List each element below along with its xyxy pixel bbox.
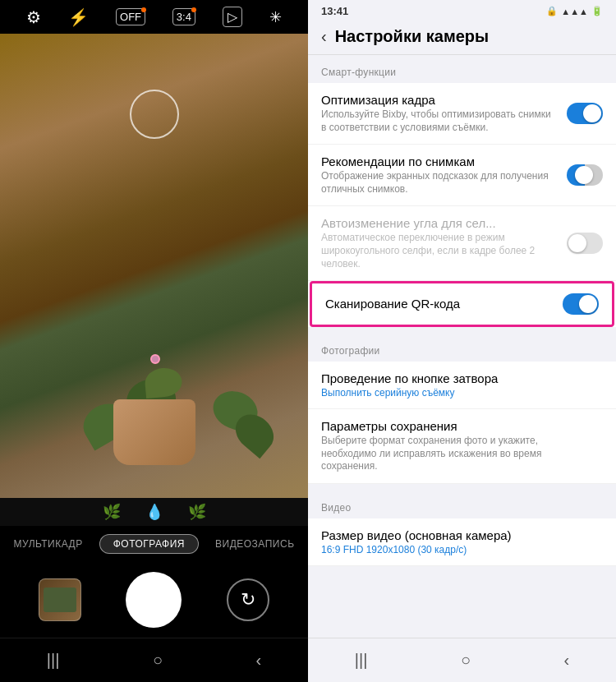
signal-icon: ▲▲▲ — [561, 7, 588, 16]
setting-optimize-desc: Используйте Bixby, чтобы оптимизировать … — [321, 108, 557, 134]
setting-shutter[interactable]: Проведение по кнопке затвора Выполнить с… — [308, 362, 616, 409]
setting-videosize-text: Размер видео (основная камера) 16:9 FHD … — [321, 528, 603, 555]
settings-nav-menu[interactable]: ||| — [338, 647, 384, 674]
toggle-autoangle — [567, 233, 603, 254]
flip-camera-button[interactable]: ↻ — [227, 578, 269, 621]
motion-icon[interactable]: ▷ — [223, 7, 242, 27]
gallery-thumbnail[interactable] — [39, 578, 81, 621]
mode-multicadre[interactable]: МУЛЬТИКАДР — [13, 538, 82, 550]
setting-qrcode-title: Сканирование QR-кода — [325, 297, 553, 311]
setting-recommendations-text: Рекомендации по снимкам Отображение экра… — [321, 154, 567, 196]
camera-top-bar: ⚙ ⚡ OFF 3:4 ▷ ✳ — [0, 0, 308, 34]
smart-functions-group: Оптимизация кадра Используйте Bixby, что… — [308, 83, 616, 327]
lock-icon: 🔒 — [546, 6, 558, 16]
timer-icon[interactable]: OFF — [116, 8, 145, 25]
setting-autoangle-text: Автоизменение угла для сел... Автоматиче… — [321, 216, 567, 270]
settings-nav-back[interactable]: ‹ — [548, 647, 586, 674]
setting-videosize-title: Размер видео (основная камера) — [321, 528, 593, 542]
toggle-qrcode[interactable] — [563, 293, 599, 315]
setting-save-desc: Выберите формат сохранения фото и укажит… — [321, 435, 593, 473]
divider-1 — [308, 327, 616, 334]
status-time: 13:41 — [321, 5, 348, 17]
toggle-optimize[interactable] — [567, 103, 603, 124]
flip-icon: ↻ — [241, 589, 255, 611]
setting-optimize-title: Оптимизация кадра — [321, 93, 557, 107]
camera-nav: ||| ○ ‹ — [0, 638, 308, 682]
settings-header: ‹ Настройки камеры — [308, 22, 616, 55]
water-drop-icon[interactable]: 💧 — [145, 503, 163, 521]
section-photos-header: Фотографии — [308, 334, 616, 362]
setting-save-text: Параметры сохранения Выберите формат сох… — [321, 419, 603, 473]
divider-2 — [308, 484, 616, 491]
camera-nav-menu[interactable]: ||| — [30, 647, 76, 674]
setting-shutter-link: Выполнить серийную съёмку — [321, 387, 593, 399]
settings-title: Настройки камеры — [335, 27, 489, 46]
setting-qrcode: Сканирование QR-кода — [310, 281, 614, 327]
ratio-icon[interactable]: 3:4 — [172, 8, 195, 25]
camera-nav-home[interactable]: ○ — [136, 647, 179, 674]
setting-autoangle-desc: Автоматическое переключение в режим широ… — [321, 232, 557, 270]
section-smart-header: Смарт-функции — [308, 55, 616, 83]
setting-autoangle-title: Автоизменение угла для сел... — [321, 216, 557, 230]
setting-videosize[interactable]: Размер видео (основная камера) 16:9 FHD … — [308, 518, 616, 566]
settings-icon[interactable]: ⚙ — [26, 7, 41, 27]
setting-qrcode-text: Сканирование QR-кода — [325, 297, 563, 312]
setting-autoangle: Автоизменение угла для сел... Автоматиче… — [308, 206, 616, 281]
plant-subject — [80, 301, 228, 465]
setting-optimize-text: Оптимизация кадра Используйте Bixby, что… — [321, 93, 567, 134]
camera-panel: ⚙ ⚡ OFF 3:4 ▷ ✳ 🌿 💧 🌿 МУЛЬТИКАДР — [0, 0, 308, 682]
plant-pot — [113, 399, 195, 465]
flash-off-icon[interactable]: ⚡ — [68, 7, 89, 27]
status-bar: 13:41 🔒 ▲▲▲ 🔋 — [308, 0, 616, 22]
focus-indicator — [130, 90, 179, 139]
setting-optimize: Оптимизация кадра Используйте Bixby, что… — [308, 83, 616, 145]
hdr-icon[interactable]: 🌿 — [103, 503, 121, 521]
video-group: Размер видео (основная камера) 16:9 FHD … — [308, 518, 616, 566]
settings-nav-home[interactable]: ○ — [444, 647, 487, 674]
setting-recommendations: Рекомендации по снимкам Отображение экра… — [308, 145, 616, 206]
mode-video[interactable]: ВИДЕОЗАПИСЬ — [215, 538, 295, 550]
setting-save-title: Параметры сохранения — [321, 419, 593, 433]
camera-modes: МУЛЬТИКАДР ФОТОГРАФИЯ ВИДЕОЗАПИСЬ — [0, 526, 308, 562]
section-video-header: Видео — [308, 491, 616, 518]
bokeh-icon[interactable]: 🌿 — [188, 503, 206, 521]
setting-videosize-value: 16:9 FHD 1920x1080 (30 кадр/с) — [321, 544, 593, 555]
setting-recommendations-desc: Отображение экранных подсказок для получ… — [321, 170, 557, 196]
camera-nav-back[interactable]: ‹ — [240, 647, 278, 674]
status-icons: 🔒 ▲▲▲ 🔋 — [546, 6, 603, 16]
setting-shutter-title: Проведение по кнопке затвора — [321, 371, 593, 385]
camera-bottom-icons: 🌿 💧 🌿 — [0, 498, 308, 526]
settings-content: Смарт-функции Оптимизация кадра Использу… — [308, 55, 616, 638]
filter-icon[interactable]: ✳ — [269, 8, 282, 26]
back-button[interactable]: ‹ — [321, 27, 327, 46]
toggle-recommendations[interactable] — [567, 164, 603, 186]
photos-group: Проведение по кнопке затвора Выполнить с… — [308, 362, 616, 484]
settings-panel: 13:41 🔒 ▲▲▲ 🔋 ‹ Настройки камеры Смарт-ф… — [308, 0, 616, 682]
shutter-button[interactable] — [126, 572, 182, 628]
camera-controls: ↻ — [0, 562, 308, 638]
camera-viewfinder[interactable] — [0, 34, 308, 498]
battery-icon: 🔋 — [591, 6, 603, 16]
setting-recommendations-title: Рекомендации по снимкам — [321, 154, 557, 168]
setting-shutter-text: Проведение по кнопке затвора Выполнить с… — [321, 371, 603, 399]
setting-save[interactable]: Параметры сохранения Выберите формат сох… — [308, 409, 616, 484]
settings-nav: ||| ○ ‹ — [308, 638, 616, 682]
mode-photo[interactable]: ФОТОГРАФИЯ — [99, 534, 199, 554]
